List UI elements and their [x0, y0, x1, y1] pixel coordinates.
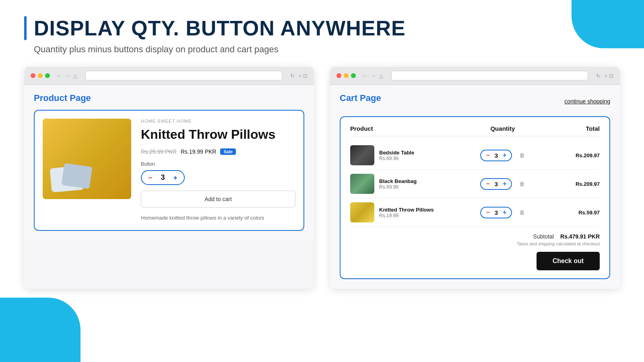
- item-price-bedside: Rs.69.99: [379, 156, 414, 161]
- product-browser-toolbar: ← → △ ↻ + ⊡: [24, 67, 314, 85]
- item-qty-wrapper-beanbag: − 3 + 🗑: [461, 178, 545, 190]
- cart-qty-val-bedside: 3: [495, 152, 498, 159]
- item-qty-wrapper-bedside: − 3 + 🗑: [461, 150, 545, 161]
- subtotal-label: Subtotal: [533, 233, 554, 240]
- quantity-value: 3: [159, 173, 167, 182]
- item-info-beanbag: Black Beanbag Rs.69.99: [350, 174, 461, 194]
- cart-dot-yellow[interactable]: [344, 73, 349, 78]
- back-btn[interactable]: ←: [56, 73, 62, 79]
- new-tab-btn[interactable]: + ⊡: [299, 73, 308, 79]
- checkout-button[interactable]: Check out: [537, 252, 600, 270]
- title-bar-accent: [24, 16, 27, 40]
- page-title: DISPLAY QTY. BUTTON ANYWHERE: [34, 16, 406, 40]
- item-thumb-pillows: [350, 202, 374, 222]
- browser-address-bar[interactable]: [85, 71, 282, 80]
- dot-yellow[interactable]: [38, 73, 43, 78]
- add-to-cart-button[interactable]: Add to cart: [141, 191, 295, 208]
- delete-icon-bedside[interactable]: 🗑: [519, 152, 525, 158]
- cart-item: Black Beanbag Rs.69.99 − 3 + 🗑: [350, 170, 600, 198]
- dot-red[interactable]: [31, 73, 35, 78]
- subtotal-value: Rs.479.91 PKR: [560, 233, 600, 240]
- cart-browser-address-bar[interactable]: [391, 71, 588, 80]
- item-total-beanbag: Rs.209.97: [544, 181, 600, 187]
- cart-plus-beanbag[interactable]: +: [503, 181, 506, 187]
- product-section-title: Product Page: [34, 93, 304, 103]
- cart-section-title: Cart Page: [340, 93, 381, 103]
- cart-minus-bedside[interactable]: −: [486, 152, 489, 158]
- browser-dots: [31, 73, 50, 78]
- product-browser-mock: ← → △ ↻ + ⊡ Product Page HOME SWEET HOME…: [24, 67, 314, 289]
- item-price-pillows: Rs.19.99: [379, 213, 434, 218]
- item-price-beanbag: Rs.69.99: [379, 184, 417, 190]
- item-name-beanbag: Black Beanbag: [379, 178, 417, 184]
- cart-plus-pillows[interactable]: +: [503, 209, 506, 216]
- pillow-scene-image: [43, 119, 131, 199]
- forward-btn[interactable]: →: [65, 73, 70, 79]
- price-current: Rs.19.99 PKR: [181, 148, 217, 155]
- item-total-bedside: Rs.209.97: [544, 152, 600, 158]
- quantity-stepper[interactable]: − 3 +: [141, 170, 185, 185]
- cart-dot-green[interactable]: [351, 73, 356, 78]
- cart-browser-mock: ← → △ ↻ + ⊡ Cart Page continue shopping …: [330, 67, 620, 289]
- cart-new-tab-btn[interactable]: + ⊡: [605, 73, 613, 79]
- deco-bottom-left: [0, 298, 80, 362]
- panels-row: ← → △ ↻ + ⊡ Product Page HOME SWEET HOME…: [24, 67, 620, 289]
- item-info-pillows: Knitted Throw Pillows Rs.19.99: [350, 202, 461, 222]
- cart-browser-nav: ← → △: [362, 73, 383, 79]
- continue-shopping-link[interactable]: continue shopping: [564, 98, 610, 105]
- cart-card: Product Quantity Total Bedside Table Rs.…: [340, 116, 610, 279]
- cart-reload-btn[interactable]: ↻: [596, 73, 601, 79]
- dot-green[interactable]: [45, 73, 50, 78]
- col-header-total: Total: [544, 125, 600, 132]
- cart-item: Bedside Table Rs.69.99 − 3 + 🗑: [350, 141, 600, 170]
- product-brand: HOME SWEET HOME: [141, 119, 295, 123]
- plus-button[interactable]: +: [173, 174, 178, 181]
- item-total-pillows: Rs.59.97: [544, 210, 600, 216]
- col-header-quantity: Quantity: [461, 125, 545, 132]
- delete-icon-pillows[interactable]: 🗑: [519, 209, 525, 216]
- cart-qty-val-pillows: 3: [495, 209, 498, 216]
- cart-footer: Subtotal Rs.479.91 PKR Taxes and shippin…: [350, 233, 600, 270]
- price-row: Rs.25.99 PKR Rs.19.99 PKR Sale: [141, 148, 295, 155]
- cart-back-btn[interactable]: ←: [362, 73, 367, 79]
- cart-minus-pillows[interactable]: −: [486, 209, 489, 216]
- subtotal-row: Subtotal Rs.479.91 PKR: [533, 233, 600, 240]
- product-browser-content: Product Page HOME SWEET HOME Knitted Thr…: [24, 85, 314, 241]
- cart-table-header: Product Quantity Total: [350, 125, 600, 136]
- product-card: HOME SWEET HOME Knitted Throw Pillows Rs…: [34, 110, 304, 231]
- home-btn[interactable]: △: [73, 73, 77, 79]
- page-subtitle: Quantity plus minus buttons display on p…: [34, 44, 620, 55]
- cart-item: Knitted Throw Pillows Rs.19.99 − 3 + 🗑: [350, 198, 600, 227]
- item-info-bedside: Bedside Table Rs.69.99: [350, 145, 461, 165]
- cart-browser-dots: [336, 73, 356, 78]
- cart-qty-val-beanbag: 3: [495, 181, 498, 187]
- sale-badge: Sale: [220, 148, 236, 155]
- product-description: Homemade knitted throw pillows in a vari…: [141, 214, 295, 222]
- tax-note: Taxes and shipping calculated at checkou…: [517, 241, 600, 246]
- minus-button[interactable]: −: [148, 174, 153, 181]
- product-name: Knitted Throw Pillows: [141, 127, 295, 142]
- cart-forward-btn[interactable]: →: [371, 73, 376, 79]
- reload-btn[interactable]: ↻: [290, 73, 295, 79]
- item-qty-wrapper-pillows: − 3 + 🗑: [461, 207, 545, 218]
- product-image: [43, 119, 131, 199]
- cart-header-row: Cart Page continue shopping: [340, 93, 610, 110]
- cart-plus-bedside[interactable]: +: [503, 152, 506, 158]
- item-thumb-bedside: [350, 145, 374, 165]
- delete-icon-beanbag[interactable]: 🗑: [519, 181, 525, 187]
- cart-qty-stepper-beanbag[interactable]: − 3 +: [480, 178, 512, 190]
- col-header-product: Product: [350, 125, 461, 132]
- cart-qty-stepper-bedside[interactable]: − 3 +: [480, 150, 512, 161]
- page-header: DISPLAY QTY. BUTTON ANYWHERE Quantity pl…: [24, 16, 620, 55]
- button-label: Button: [141, 161, 295, 167]
- cart-home-btn[interactable]: △: [379, 73, 383, 79]
- price-original: Rs.25.99 PKR: [141, 148, 177, 155]
- item-name-pillows: Knitted Throw Pillows: [379, 207, 434, 213]
- item-name-bedside: Bedside Table: [379, 150, 414, 156]
- cart-dot-red[interactable]: [336, 73, 341, 78]
- product-info: HOME SWEET HOME Knitted Throw Pillows Rs…: [141, 119, 295, 222]
- browser-nav: ← → △: [56, 73, 77, 79]
- cart-qty-stepper-pillows[interactable]: − 3 +: [480, 207, 512, 218]
- cart-minus-beanbag[interactable]: −: [486, 181, 489, 187]
- item-thumb-beanbag: [350, 174, 374, 194]
